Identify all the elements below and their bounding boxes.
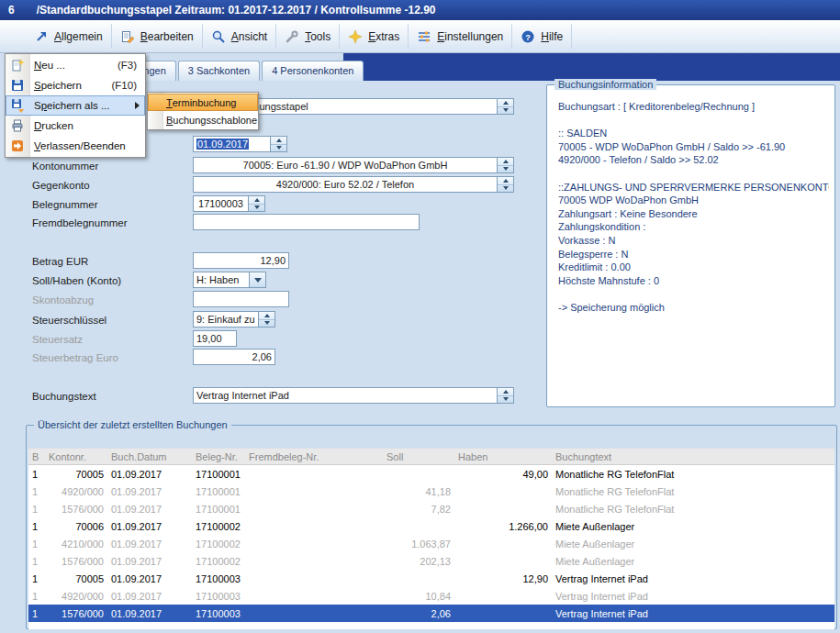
spin-down-icon[interactable]: [498, 395, 513, 404]
column-header-kontonr: Kontonr.: [45, 449, 107, 465]
belegnummer-field[interactable]: 17100003: [193, 195, 265, 212]
steuerschluessel-spinner[interactable]: [258, 312, 274, 327]
buchungsinformation-panel: Buchungsinformation Buchungsart : [ Kred…: [546, 84, 835, 407]
table-row[interactable]: 11576/00001.09.201717100002202,13Miete A…: [28, 552, 834, 570]
cell-text: Vertrag Internet iPad: [552, 587, 834, 605]
menu-item-label: Verlassen/Beenden: [34, 140, 126, 151]
buchungstext-combo[interactable]: Vertrag Internet iPad: [193, 387, 514, 404]
menu-item-speichern[interactable]: Speichern(F10): [6, 75, 145, 95]
belegdatum-field[interactable]: 01.09.2017: [193, 136, 287, 152]
menubar-item-tools[interactable]: Tools: [276, 24, 340, 49]
cell-fremdbeleg: [245, 500, 383, 517]
cell-kontonr: 1576/000: [45, 552, 107, 570]
table-row[interactable]: 17000601.09.2017171000021.266,00Miete Au…: [28, 517, 834, 535]
info-line: 70005 - WDP WoDaPhon GmbH / Saldo >> -61…: [558, 140, 829, 154]
betrag-field[interactable]: 12,90: [193, 252, 289, 269]
menubar-item-label: Bearbeiten: [140, 30, 194, 43]
spin-down-icon[interactable]: [498, 165, 513, 173]
sollhaben-dropdown-arrow-icon[interactable]: [249, 272, 265, 287]
spin-down-icon[interactable]: [249, 204, 264, 212]
submenu-item-buchungsschablone[interactable]: Buchungsschablone: [148, 111, 258, 128]
cell-kontonr: 70006: [45, 517, 107, 535]
spin-up-icon[interactable]: [249, 196, 264, 204]
spin-down-icon[interactable]: [498, 106, 513, 115]
betrag-label: Betrag EUR: [32, 256, 88, 267]
cell-haben: [454, 552, 552, 570]
extras-star-icon: [348, 29, 363, 44]
cell-fremdbeleg: [245, 552, 383, 570]
menu-item-drucken[interactable]: Drucken: [6, 116, 145, 136]
menu-item-shortcut: (F3): [118, 60, 137, 71]
spin-down-icon[interactable]: [259, 319, 274, 328]
info-line: 70005 WDP WoDaPhon GmbH: [558, 194, 829, 207]
spin-up-icon[interactable]: [498, 99, 513, 106]
table-row[interactable]: 11576/00001.09.2017171000017,82Monatlich…: [28, 500, 834, 517]
window-id: 6: [8, 4, 15, 17]
steuerschluessel-field[interactable]: 9: Einkauf zu: [193, 311, 275, 328]
fremdbelegnummer-field[interactable]: [193, 214, 420, 230]
cell-beleg: 17100001: [192, 483, 245, 500]
belegdatum-spinner[interactable]: [270, 137, 286, 151]
steuerschluessel-value: 9: Einkauf zu: [194, 312, 258, 327]
steuersatz-label: Steuersatz: [32, 334, 83, 345]
table-row[interactable]: 17000501.09.20171710000149,00Monatliche …: [28, 465, 834, 483]
cell-haben: [454, 483, 552, 500]
table-row[interactable]: 14210/00001.09.2017171000021.063,87Miete…: [28, 535, 834, 552]
tab-band-filler: [343, 53, 840, 81]
gegenkonto-value: 4920/000: Euro 52.02 / Telefon: [194, 177, 497, 192]
sollhaben-dropdown[interactable]: H: Haben: [193, 272, 266, 288]
cell-datum: 01.09.2017: [107, 465, 192, 483]
belegnummer-label: Belegnummer: [32, 199, 98, 210]
spin-up-icon[interactable]: [498, 388, 513, 395]
steuersatz-field[interactable]: 19,00: [193, 330, 237, 347]
menubar-item-einstellungen[interactable]: Einstellungen: [409, 24, 512, 49]
cell-text: Monatliche RG TelefonFlat: [552, 500, 834, 517]
gegenkonto-combo[interactable]: 4920/000: Euro 52.02 / Telefon: [193, 176, 514, 193]
tab-4-personenkonten[interactable]: 4 Personenkonten: [262, 61, 364, 81]
belegnummer-spinner[interactable]: [248, 196, 264, 211]
submenu-item-terminbuchung[interactable]: Terminbuchung: [148, 94, 258, 111]
spin-up-icon[interactable]: [498, 177, 513, 184]
table-row[interactable]: 11576/00001.09.2017171000032,06Vertrag I…: [28, 605, 834, 622]
info-line: -> Speicherung möglich: [558, 301, 829, 315]
menubar-item-ansicht[interactable]: Ansicht: [203, 24, 276, 49]
tools-icon: [285, 29, 299, 44]
spin-down-icon[interactable]: [498, 184, 513, 193]
help-icon: ?: [521, 29, 535, 44]
cell-beleg: 17100002: [192, 535, 245, 552]
spin-up-icon[interactable]: [259, 312, 274, 319]
kontonummer-combo[interactable]: 70005: Euro -61.90 / WDP WoDaPhon GmbH: [193, 157, 514, 173]
buchungsstapel-spinner[interactable]: [497, 99, 513, 114]
menu-item-speichern-als[interactable]: Speichern als ...: [6, 95, 145, 116]
buchungstext-spinner[interactable]: [497, 388, 513, 403]
gegenkonto-spinner[interactable]: [497, 177, 513, 192]
tab-3-sachkonten[interactable]: 3 Sachkonten: [178, 61, 260, 81]
menu-item-neu[interactable]: Neu ...(F3): [6, 55, 145, 75]
menubar-item-extras[interactable]: Extras: [340, 24, 409, 49]
table-row[interactable]: 14920/00001.09.20171710000141,18Monatlic…: [28, 483, 834, 500]
buchungstext-label: Buchungstext: [32, 391, 96, 402]
spin-up-icon[interactable]: [271, 137, 286, 144]
menubar-item-bearbeiten[interactable]: Bearbeiten: [112, 24, 203, 49]
allgemein-arrow-icon: [34, 29, 49, 44]
steuerbetrag-field[interactable]: 2,06: [193, 349, 275, 365]
column-header-datum: Buch.Datum: [107, 449, 192, 465]
cell-b: 1: [28, 535, 45, 552]
spin-down-icon[interactable]: [271, 144, 286, 152]
cell-fremdbeleg: [245, 517, 383, 535]
cell-soll: [383, 465, 454, 483]
kontonummer-spinner[interactable]: [497, 158, 513, 172]
info-line: Kreditlimit : 0.00: [558, 261, 829, 274]
menubar-item-allgemein[interactable]: Allgemein: [26, 24, 112, 49]
menubar-item-hilfe[interactable]: ?Hilfe: [512, 24, 572, 49]
submenu-arrow-icon: [135, 102, 140, 109]
exit-icon: [6, 139, 29, 153]
spin-up-icon[interactable]: [498, 158, 513, 165]
skontoabzug-field[interactable]: [193, 291, 289, 307]
column-header-soll: Soll: [383, 449, 454, 465]
menubar-item-label: Tools: [305, 30, 330, 43]
table-row[interactable]: 17000501.09.20171710000312,90Vertrag Int…: [28, 570, 834, 587]
table-row[interactable]: 14920/00001.09.20171710000310,84Vertrag …: [28, 587, 834, 605]
cell-soll: 202,13: [383, 552, 454, 570]
menu-item-verlassen-beenden[interactable]: Verlassen/Beenden: [6, 136, 145, 156]
